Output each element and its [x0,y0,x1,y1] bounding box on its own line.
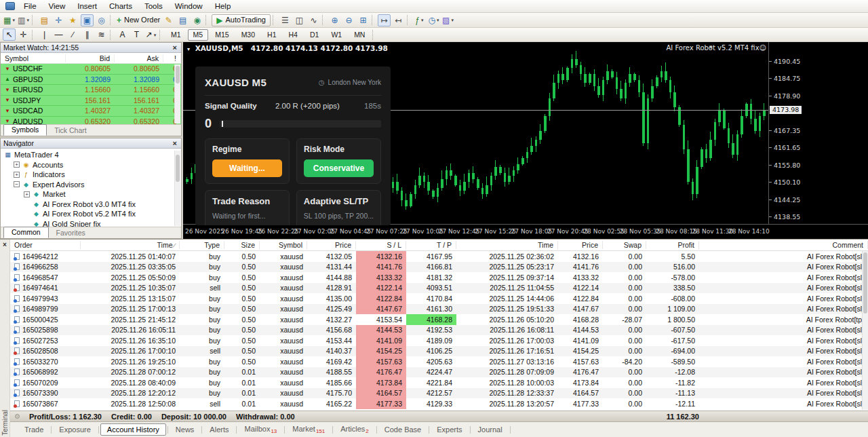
navigator-close-icon[interactable]: × [172,140,178,147]
history-row-164968547[interactable]: 1649685472025.11.25 05:50:09buy0.50xauus… [10,272,868,283]
menu-charts[interactable]: Charts [103,1,138,12]
dropdown-caret-icon[interactable]: ▾ [12,18,15,22]
terminal-tab-exposure[interactable]: Exposure [53,424,96,435]
new-order-button[interactable]: +New Order [116,14,161,26]
history-col-price[interactable]: Price [307,241,356,249]
menu-window[interactable]: Window [169,1,209,12]
navigator-toggle[interactable]: ★ [66,14,79,26]
navigator-tab-favorites[interactable]: Favorites [49,228,93,238]
history-col-comment[interactable]: Comment [699,241,868,249]
chart-shift-toggle[interactable]: ↤ [392,14,405,26]
history-col-swap[interactable]: Swap [603,241,646,249]
metaeditor-button[interactable]: ✎ [162,14,175,26]
timeframe-h1[interactable]: H1 [262,29,281,41]
timeframe-m30[interactable]: M30 [236,29,260,41]
regime-status-button[interactable]: Waiting... [212,159,282,177]
navigator-scrollbar[interactable] [174,151,180,226]
tile-windows-button[interactable]: ⊞ [357,14,370,26]
menu-file[interactable]: File [18,1,43,12]
navigator-item-ai-forex-robot-v5-2-mt4-fix[interactable]: ◆AI Forex Robot v5.2 MT4 fix [1,209,181,219]
time-axis[interactable]: 26 Nov 202526 Nov 19:4526 Nov 22:2527 No… [183,224,868,239]
periods-button[interactable]: ◷▾ [427,14,440,26]
terminal-tab-journal[interactable]: Journal [472,424,509,435]
zoom-in-button[interactable]: ⊕ [328,14,341,26]
web-terminal-button[interactable]: ◉ [191,14,203,26]
expand-plus-icon[interactable]: + [14,162,20,168]
timeframe-mn[interactable]: MN [349,29,370,41]
navigator-item-accounts[interactable]: +◉Accounts [1,160,181,170]
market-watch-row-gbpusd[interactable]: ▲GBPUSD1.320891.320890 [1,75,181,86]
crosshair-tool[interactable]: ✛ [17,28,30,41]
history-col-price[interactable]: Price [558,241,603,249]
dropdown-caret-icon[interactable]: ▾ [26,18,29,22]
market-watch-row-eurusd[interactable]: ▼EURUSD1.156601.156600 [1,85,181,96]
timeframe-m5[interactable]: M5 [188,29,209,41]
market-watch-close-icon[interactable]: × [172,44,178,52]
navigator-tab-common[interactable]: Common [3,227,49,238]
fibonacci-tool[interactable]: ≋ [95,28,108,41]
history-row-165073867[interactable]: 1650738672025.11.28 12:50:08sell0.01xauu… [10,398,868,409]
history-scrollbar[interactable] [862,251,868,410]
history-row-165027253[interactable]: 1650272532025.11.26 16:35:10buy0.50xauus… [10,335,868,346]
navigator-item-ai-forex-robot-v3-0-mt4-fix[interactable]: ◆AI Forex Robot v3.0 MT4 fix [1,200,181,210]
line-chart-button[interactable]: ∿ [307,14,320,26]
terminal-tab-news[interactable]: News [170,424,201,435]
strategy-tester-button[interactable]: ◎ [95,14,108,26]
auto-scroll-toggle[interactable]: ↦ [378,14,391,26]
terminal-tab-market[interactable]: Market151 [286,423,331,436]
history-row-165033270[interactable]: 1650332702025.11.26 19:25:10buy0.50xauus… [10,356,868,367]
history-scroll-thumb[interactable] [863,252,867,314]
history-col-size[interactable]: Size [224,241,260,249]
history-col-time[interactable]: Time [456,241,558,249]
navigator-item-metatrader-4[interactable]: ▦MetaTrader 4 [1,150,181,160]
indicators-button[interactable]: ƒ▾ [413,14,426,26]
navigator-scroll-thumb[interactable] [176,155,180,182]
timeframe-m1[interactable]: M1 [165,29,186,41]
history-row-165070209[interactable]: 1650702092025.11.28 08:40:09buy0.01xauus… [10,377,868,388]
navigator-item-indicators[interactable]: +ƒIndicators [1,170,181,180]
price-axis[interactable]: 4173.98 4190.454184.754178.904167.354161… [768,42,868,224]
history-row-165073390[interactable]: 1650733902025.11.28 12:20:12buy0.01xauus… [10,388,868,399]
terminal-toggle[interactable]: ▣ [81,14,94,26]
history-col-tp[interactable]: T / P [406,241,456,249]
channel-tool[interactable]: ∥ [81,28,94,41]
market-watch-col-bid[interactable]: Bid [66,54,115,62]
chart-symbol-dropdown-icon[interactable]: ▾ [187,46,190,52]
menu-tools[interactable]: Tools [138,1,169,12]
market-watch-titlebar[interactable]: Market Watch: 14:21:55 × [1,43,181,53]
market-watch-tab-tick-chart[interactable]: Tick Chart [47,126,94,136]
terminal-tab-alerts[interactable]: Alerts [203,424,235,435]
market-watch-scrollbar[interactable] [174,64,180,124]
dropdown-caret-icon[interactable]: ▾ [154,33,157,37]
navigator-item-expert-advisors[interactable]: −◆Expert Advisors [1,180,181,190]
history-row-164979943[interactable]: 1649799432025.11.25 13:15:07buy0.50xauus… [10,293,868,304]
expand-plus-icon[interactable]: + [24,191,30,197]
arrows-tool[interactable]: ↗▾ [144,28,157,41]
market-watch-row-usdjpy[interactable]: ▼USDJPY156.161156.1610 [1,96,181,107]
history-row-165028508[interactable]: 1650285082025.11.26 17:00:10sell0.50xauu… [10,346,868,357]
history-col-type[interactable]: Type [180,241,224,249]
profiles-button[interactable]: ▥▾ [17,14,30,26]
navigator-titlebar[interactable]: Navigator × [1,138,181,149]
text-tool[interactable]: A [116,28,129,41]
terminal-tab-code-base[interactable]: Code Base [378,424,427,435]
navigator-item-ai-gold-sniper-fix[interactable]: ◆AI Gold Sniper fix [1,219,181,227]
history-row-165068992[interactable]: 1650689922025.11.28 07:00:12buy0.01xauus… [10,367,868,378]
data-window-button[interactable]: ✛ [52,14,65,26]
bar-chart-button[interactable]: ☰ [279,14,292,26]
dropdown-caret-icon[interactable]: ▾ [437,18,439,22]
community-button[interactable]: ▤ [176,14,189,26]
new-chart-button[interactable]: ▦▾ [3,14,16,26]
history-row-165000425[interactable]: 1650004252025.11.25 21:45:12buy0.50xauus… [10,314,868,325]
terminal-tab-articles[interactable]: Articles2 [334,423,375,436]
expand-plus-icon[interactable]: + [14,172,20,178]
market-watch-row-usdchf[interactable]: ▼USDCHF0.806050.806050 [1,64,181,75]
history-col-order[interactable]: Order [10,241,81,249]
history-row-164974641[interactable]: 1649746412025.11.25 10:35:07sell0.50xauu… [10,283,868,294]
cursor-tool[interactable]: ↖ [3,28,16,41]
terminal-close-icon[interactable]: × [3,241,7,248]
label-tool[interactable]: T [130,28,143,41]
chart-window[interactable]: ▾ XAUUSD,M5 4172.80 4174.13 4172.80 4173… [182,42,868,239]
history-col-symbol[interactable]: Symbol [260,241,307,249]
navigator-item-market[interactable]: +◆Market [1,189,181,200]
